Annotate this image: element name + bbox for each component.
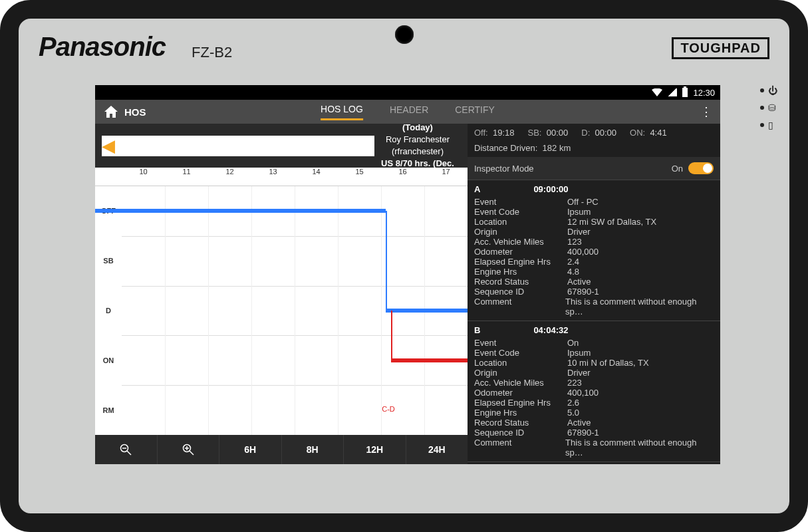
screen: 12:30 HOS HOS LOG HEADER CERTIFY ⋮ ◀ Nov…	[95, 85, 720, 464]
ruler-tick: 17	[424, 168, 468, 186]
event-field-value: 223	[567, 378, 582, 388]
event-field-value: This is a comment without enough sp…	[565, 297, 714, 317]
event-field-label: Origin	[474, 368, 567, 378]
event-id: B	[474, 325, 480, 335]
event-time: 09:00:00	[533, 184, 568, 194]
app-topbar: HOS HOS LOG HEADER CERTIFY ⋮	[95, 100, 720, 124]
device-bezel: Panasonic FZ-B2 TOUGHPAD	[19, 19, 789, 78]
overflow-menu-icon[interactable]: ⋮	[700, 104, 712, 119]
android-statusbar: 12:30	[95, 85, 720, 100]
event-field-label: Event	[474, 197, 567, 207]
event-field-label: Elapsed Engine Hrs	[474, 398, 567, 408]
app-title: HOS	[124, 106, 146, 118]
event-field-label: Event	[474, 338, 567, 348]
row-label-d: D	[95, 286, 122, 336]
driver-label: Roy Franchester (rfranchester)	[374, 134, 461, 158]
event-field-value: 2.4	[567, 257, 579, 267]
detail-panel: Off: 19:18 SB: 00:00 D: 00:00 ON: 4:41 D…	[468, 124, 720, 464]
brand-label: Panasonic	[39, 32, 166, 62]
power-icon: ⏻	[768, 85, 777, 96]
zoom-6h-button[interactable]: 6H	[219, 435, 282, 464]
event-field-label: Acc. Vehicle Miles	[474, 378, 567, 388]
event-field-value: On	[567, 338, 579, 348]
event-field-label: Sequence ID	[474, 287, 567, 297]
zoom-in-button[interactable]	[158, 435, 220, 464]
svg-line-1	[127, 451, 131, 455]
event-field-value: 10 mi N of Dallas, TX	[567, 358, 649, 368]
inspector-mode-state: On	[672, 164, 683, 174]
event-field-label: Elapsed Engine Hrs	[474, 257, 567, 267]
row-label-sb: SB	[95, 236, 122, 286]
event-field-label: Sequence ID	[474, 428, 567, 438]
event-field-value: 123	[567, 237, 582, 247]
chart-annotation: C-D	[382, 405, 395, 413]
event-time: 04:04:32	[533, 325, 568, 335]
ruler-tick: 13	[251, 168, 295, 186]
event-field-value: Driver	[567, 227, 591, 237]
status-summary: Off: 19:18 SB: 00:00 D: 00:00 ON: 4:41	[468, 124, 720, 142]
tab-hos-log[interactable]: HOS LOG	[321, 104, 363, 120]
event-field-value: Driver	[567, 368, 591, 378]
inspector-mode-row: Inspector Mode On	[468, 157, 720, 180]
event-field-label: Engine Hrs	[474, 267, 567, 277]
event-field-label: Record Status	[474, 418, 567, 428]
event-field-label: Odometer	[474, 388, 567, 398]
zoom-12h-button[interactable]: 12H	[344, 435, 406, 464]
camera-icon	[395, 25, 414, 44]
event-field-label: Location	[474, 217, 567, 227]
chart-panel: ◀ Nov. 14, 2016 (Today) Roy Franchester …	[95, 124, 468, 464]
event-field-value: 2.6	[567, 398, 579, 408]
row-label-on: ON	[95, 335, 122, 385]
device-frame: Panasonic FZ-B2 TOUGHPAD ⏻ ⛁ ▯ 12:30 HOS…	[0, 0, 808, 532]
toughpad-badge: TOUGHPAD	[672, 37, 769, 59]
zoom-24h-button[interactable]: 24H	[406, 435, 468, 464]
tab-header[interactable]: HEADER	[390, 104, 428, 119]
event-field-value: Off - PC	[567, 197, 599, 207]
ruler-tick: 10	[122, 168, 165, 186]
event-field-label: Acc. Vehicle Miles	[474, 237, 567, 247]
ruler-tick: 12	[208, 168, 251, 186]
hos-chart[interactable]: OFF SB D ON RM	[95, 186, 468, 435]
event-field-value: 400,000	[567, 247, 599, 257]
event-field-value: 4.8	[567, 267, 579, 277]
segment-on[interactable]	[391, 358, 468, 362]
event-field-value: Ipsum	[567, 348, 591, 358]
disk-icon: ⛁	[768, 102, 776, 113]
event-field-label: Comment	[474, 297, 565, 317]
event-field-label: Record Status	[474, 277, 567, 287]
prev-day-button[interactable]: ◀	[102, 136, 374, 156]
ruler-tick: 16	[381, 168, 424, 186]
inspector-mode-toggle[interactable]	[688, 162, 714, 174]
event-field-value: 5.0	[567, 408, 579, 418]
tab-certify[interactable]: CERTIFY	[455, 104, 495, 119]
event-field-label: Event Code	[474, 348, 567, 358]
home-icon[interactable]	[104, 106, 118, 118]
segment-off[interactable]	[95, 209, 386, 213]
event-field-label: Location	[474, 358, 567, 368]
segment-connector-red	[391, 311, 392, 360]
event-id: A	[474, 184, 480, 194]
event-field-value: Ipsum	[567, 207, 591, 217]
event-block[interactable]: C00:22:01	[468, 462, 720, 464]
event-block[interactable]: B04:04:32EventOnEvent CodeIpsumLocation1…	[468, 321, 720, 462]
event-field-value: 12 mi SW of Dallas, TX	[567, 217, 656, 227]
zoom-out-button[interactable]	[95, 435, 158, 464]
distance-summary: Distance Driven: 182 km	[468, 142, 720, 157]
event-field-value: Active	[567, 418, 591, 428]
battery-icon	[682, 88, 688, 97]
tab-bar: HOS LOG HEADER CERTIFY	[321, 100, 495, 124]
date-header: ◀ Nov. 14, 2016 (Today) Roy Franchester …	[95, 124, 468, 168]
ruler-tick: 14	[295, 168, 338, 186]
zoom-8h-button[interactable]: 8H	[282, 435, 344, 464]
segment-d[interactable]	[386, 309, 468, 313]
hardware-indicators: ⏻ ⛁ ▯	[760, 85, 777, 130]
ruler-tick: 15	[338, 168, 381, 186]
event-field-label: Event Code	[474, 207, 567, 217]
event-list[interactable]: A09:00:00EventOff - PCEvent CodeIpsumLoc…	[468, 180, 720, 464]
battery-outline-icon: ▯	[768, 120, 773, 130]
event-block[interactable]: A09:00:00EventOff - PCEvent CodeIpsumLoc…	[468, 180, 720, 321]
signal-icon	[668, 88, 677, 96]
event-field-label: Origin	[474, 227, 567, 237]
event-field-label: Engine Hrs	[474, 408, 567, 418]
zoom-toolbar: 6H 8H 12H 24H	[95, 435, 468, 464]
